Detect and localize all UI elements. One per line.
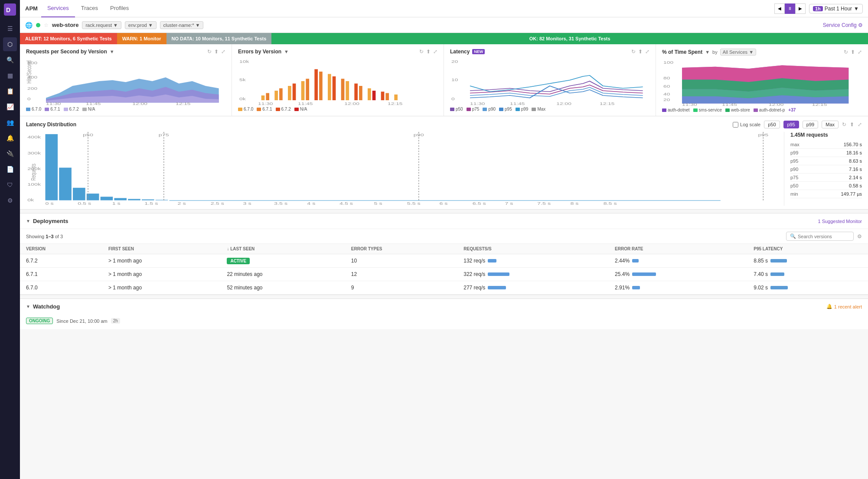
svg-text:0.5 s: 0.5 s — [78, 201, 91, 206]
svg-text:7 s: 7 s — [505, 201, 513, 206]
error-rate-bar — [632, 286, 640, 289]
service-tag-cluster[interactable]: cluster-name:* ▼ — [160, 21, 204, 29]
legend-670: 6.7.0 — [26, 107, 41, 112]
sidebar-search-icon[interactable]: 🔍 — [3, 53, 17, 67]
page-content: Requests per Second by Version ▼ ↻ ⬆ ⤢ 6… — [20, 44, 868, 479]
export-icon[interactable]: ⬆ — [426, 49, 431, 55]
requests-s-cell: 322 req/s — [457, 268, 609, 281]
latency-chart-title: Latency — [450, 49, 470, 55]
svg-text:p75: p75 — [159, 133, 169, 138]
expand-icon[interactable]: ⤢ — [221, 49, 225, 55]
alert-banner-gray[interactable]: NO DATA: 10 Monitors, 11 Synthetic Tests — [166, 33, 272, 44]
version-cell: 6.7.0 — [20, 281, 102, 295]
max-button[interactable]: Max — [822, 121, 839, 128]
sidebar-users-icon[interactable]: 👥 — [3, 115, 17, 129]
refresh-icon[interactable]: ↻ — [842, 121, 846, 128]
service-tag-rack[interactable]: rack.request ▼ — [82, 21, 121, 29]
svg-text:12:15: 12:15 — [812, 102, 827, 106]
tab-traces[interactable]: Traces — [75, 0, 104, 17]
all-services-dropdown[interactable]: All Services ▼ — [720, 49, 756, 56]
export-icon[interactable]: ⬆ — [851, 49, 855, 55]
tab-services[interactable]: Services — [41, 0, 75, 17]
expand-icon[interactable]: ⤢ — [645, 49, 649, 55]
sidebar-settings-icon[interactable]: ⚙ — [3, 194, 17, 207]
charts-row: Requests per Second by Version ▼ ↻ ⬆ ⤢ 6… — [20, 44, 868, 116]
p95-button[interactable]: p95 — [783, 121, 799, 128]
p50-button[interactable]: p50 — [764, 121, 780, 128]
service-config-link[interactable]: Service Config ⚙ — [823, 22, 863, 28]
sidebar-integrations-icon[interactable]: 🔌 — [3, 147, 17, 161]
service-status-dot — [36, 23, 40, 27]
svg-rect-19 — [293, 84, 296, 101]
settings-icon[interactable]: ⚙ — [857, 233, 862, 240]
time-pause-button[interactable]: ⏸ — [785, 3, 795, 14]
refresh-icon[interactable]: ↻ — [844, 49, 848, 55]
export-icon[interactable]: ⬆ — [214, 49, 219, 55]
pct-chart-header: % of Time Spent ▼ by All Services ▼ ↻ ⬆ … — [662, 49, 862, 56]
last-seen-cell: 22 minutes ago — [221, 268, 345, 281]
sidebar-alerts-icon[interactable]: 🔔 — [3, 131, 17, 145]
svg-text:2.5 s: 2.5 s — [211, 201, 224, 206]
sidebar-events-icon[interactable]: 📋 — [3, 84, 17, 98]
requests-bar — [488, 259, 496, 262]
log-scale-checkbox[interactable] — [733, 122, 738, 128]
latency-dist-header: Latency Distribution Log scale p50 p95 p… — [26, 121, 862, 128]
search-versions-input[interactable]: 🔍 — [786, 232, 854, 241]
stat-p50: p50 0.58 s — [790, 182, 862, 190]
time-back-button[interactable]: ◀ — [774, 3, 785, 14]
alert-banner-orange[interactable]: WARN: 1 Monitor — [117, 33, 166, 44]
svg-text:Hits/Second: Hits/Second — [26, 60, 33, 83]
svg-text:Requests: Requests — [30, 164, 37, 180]
time-selector[interactable]: 1h Past 1 Hour ▼ — [809, 4, 863, 13]
p99-button[interactable]: p99 — [803, 121, 818, 128]
log-scale-control[interactable]: Log scale — [733, 122, 760, 128]
sidebar-metrics-icon[interactable]: 📈 — [3, 100, 17, 114]
export-icon[interactable]: ⬆ — [638, 49, 643, 55]
refresh-icon[interactable]: ↻ — [207, 49, 212, 55]
time-forward-button[interactable]: ▶ — [795, 3, 806, 14]
svg-rect-32 — [381, 92, 385, 100]
svg-rect-34 — [394, 95, 398, 100]
stat-p75: p75 2.14 s — [790, 174, 862, 182]
requests-s-cell: 132 req/s — [457, 254, 609, 268]
sidebar-security-icon[interactable]: 🛡 — [3, 178, 17, 192]
sidebar-menu-icon[interactable]: ☰ — [3, 22, 17, 36]
svg-rect-29 — [359, 86, 362, 100]
watchdog-title-row[interactable]: ▼ Watchdog — [26, 303, 60, 310]
showing-text: Showing 1–3 of 3 — [26, 234, 63, 239]
service-favorite-star[interactable]: ☆ — [44, 22, 49, 28]
pct-chart-dropdown[interactable]: ▼ — [705, 49, 710, 55]
expand-icon[interactable]: ⤢ — [433, 49, 437, 55]
version-cell: 6.7.1 — [20, 268, 102, 281]
svg-rect-24 — [328, 74, 331, 101]
errors-chart-dropdown[interactable]: ▼ — [284, 49, 289, 54]
search-versions-field[interactable] — [798, 234, 850, 239]
requests-chart-dropdown[interactable]: ▼ — [110, 49, 114, 54]
refresh-icon[interactable]: ↻ — [631, 49, 636, 55]
sidebar-dashboard-icon[interactable]: ▦ — [3, 69, 17, 82]
time-badge: 1h — [813, 6, 823, 11]
svg-rect-20 — [301, 81, 305, 100]
alert-banner-red[interactable]: ALERT: 12 Monitors, 6 Synthetic Tests — [20, 33, 117, 44]
watchdog-since-text: Since Dec 21, 10:00 am — [56, 318, 107, 324]
svg-rect-69 — [156, 200, 168, 200]
p95-latency-cell: 9.02 s — [747, 281, 868, 295]
svg-text:8 s: 8 s — [570, 201, 578, 206]
svg-text:3.5 s: 3.5 s — [274, 201, 287, 206]
service-tag-env[interactable]: env:prod ▼ — [125, 21, 157, 29]
suggested-monitor-link[interactable]: 1 Suggested Monitor — [818, 219, 862, 224]
app-logo[interactable]: D — [4, 3, 16, 16]
col-last-seen: ↓ LAST SEEN — [221, 244, 345, 254]
export-icon[interactable]: ⬆ — [850, 121, 854, 128]
alert-banner-green[interactable]: OK: 82 Monitors, 31 Synthetic Tests — [271, 33, 868, 44]
expand-icon[interactable]: ⤢ — [858, 121, 862, 128]
col-first-seen: FIRST SEEN — [102, 244, 221, 254]
expand-icon[interactable]: ⤢ — [858, 49, 862, 55]
tab-profiles[interactable]: Profiles — [104, 0, 135, 17]
search-icon: 🔍 — [790, 233, 796, 239]
sidebar-apm-icon[interactable]: ⬡ — [3, 37, 17, 51]
deployments-title-row[interactable]: ▼ Deployments — [26, 218, 69, 224]
sidebar-logs-icon[interactable]: 📄 — [3, 162, 17, 176]
latency-chart-header: Latency NEW ↻ ⬆ ⤢ — [450, 49, 649, 55]
refresh-icon[interactable]: ↻ — [419, 49, 424, 55]
